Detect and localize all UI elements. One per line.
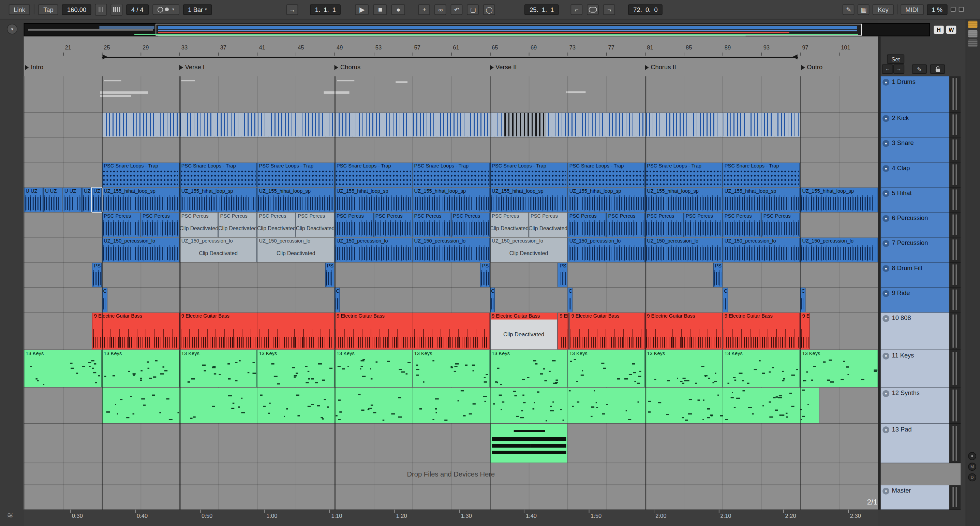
midi-map-button[interactable]: MIDI (900, 4, 924, 15)
clip-psc-snare-loops-trap[interactable]: PSC Snare Loops - Trap (179, 163, 257, 187)
metronome-menu-caret-icon[interactable]: ▾ (172, 7, 174, 12)
track-header-9-ride[interactable]: ▼9 Ride (881, 288, 950, 312)
clip-uz-155-hihat-loop-sp[interactable]: UZ_155_hihat_loop_sp (490, 188, 568, 212)
loop-brace[interactable] (102, 57, 798, 58)
clip-psc-snare-loops-trap[interactable]: PSC Snare Loops - Trap (567, 163, 645, 187)
track-fold-icon[interactable]: ▼ (883, 190, 889, 197)
track-lane-9-ride[interactable] (24, 288, 878, 312)
track-header-3-snare[interactable]: ▼3 Snare (881, 137, 950, 163)
clip-uz-155-hihat-loop-sp[interactable]: UZ_155_hihat_loop_sp (645, 188, 723, 212)
track-fold-icon[interactable]: ▼ (883, 290, 889, 297)
back-to-arrangement-button[interactable]: ↶ (451, 4, 463, 15)
clip-u-uz[interactable]: U UZ (43, 188, 63, 212)
clip-psc-percus[interactable]: PSC Percus (606, 212, 645, 237)
nudge-up-button[interactable] (111, 3, 123, 15)
clip-13-keys[interactable]: 13 Keys (102, 350, 180, 387)
lock-envelopes-button[interactable] (930, 64, 945, 74)
returns-show-button[interactable] (968, 30, 977, 38)
clip-psc-percus[interactable]: PSC PercusClip Deactivated (179, 212, 218, 237)
add-locator-button[interactable]: + (418, 4, 430, 15)
nudge-down-button[interactable] (95, 3, 107, 15)
track-lane-8-drum-fill[interactable] (24, 263, 878, 288)
clip-uz-155-hihat-loop-sp[interactable]: UZ_155_hihat_loop_sp (102, 188, 180, 212)
loop-start-field[interactable]: 25. 1. 1 (525, 4, 559, 15)
clip-uz-155-hihat-loop-sp[interactable]: UZ_155_hihat_loop_sp (722, 188, 800, 212)
overdub-button[interactable]: ∞ (435, 4, 447, 15)
track-header-11-keys[interactable]: ▼11 Keys (881, 350, 950, 387)
clip-c[interactable]: C (722, 288, 728, 312)
clip-psc-percus[interactable]: PSC Percus (567, 212, 606, 237)
clip-uz-155-hihat-loop-sp[interactable]: UZ_155_hihat_loop_sp (334, 188, 412, 212)
drop-zone[interactable]: Drop Files and Devices Here (24, 463, 878, 485)
clip-psc-percus[interactable]: PSC Percus (141, 212, 180, 237)
cpu-meter[interactable]: 1 % (927, 4, 948, 15)
clip-psc-snare-loops-trap[interactable]: PSC Snare Loops - Trap (257, 163, 335, 187)
clip-uz-155-hihat-loop-sp[interactable]: UZ_155_hihat_loop_sp (412, 188, 490, 212)
clip-9-electric-guitar-bass[interactable]: 9 Electric Guitar Bass (179, 312, 334, 349)
clip-uz-150-percussion-lo[interactable]: UZ_150_percussion_lo (102, 238, 180, 262)
clip-u-uz[interactable]: U UZ (63, 188, 82, 212)
locator-intro[interactable]: Intro (25, 62, 97, 72)
clip-uz-150-percussion-lo[interactable]: UZ_150_percussion_lo (800, 238, 878, 262)
clip-uz-155-hihat-loop-sp[interactable]: UZ_155_hihat_loop_sp (257, 188, 335, 212)
clip-13-keys[interactable]: 13 Keys (567, 350, 645, 387)
track-lane-1-drums[interactable] (24, 77, 878, 113)
track-fold-icon[interactable]: ▼ (883, 240, 889, 247)
clip-psc-percus[interactable]: PSC PercusClip Deactivated (528, 212, 567, 237)
record-button[interactable]: ● (391, 4, 405, 15)
play-button[interactable]: ▶ (355, 4, 369, 15)
clip-ps[interactable]: PS (558, 263, 567, 287)
clip-13-keys[interactable]: 13 Keys (645, 350, 723, 387)
clip-psc-percus[interactable]: PSC Percus (102, 212, 141, 237)
punch-in-button[interactable]: ⌐ (571, 4, 583, 15)
locator-verse-i[interactable]: Verse I (179, 62, 251, 72)
clip-psc-snare-loops-trap[interactable]: PSC Snare Loops - Trap (645, 163, 723, 187)
track-header-4-clap[interactable]: ▼4 Clap (881, 163, 950, 188)
track-fold-icon[interactable]: ▼ (883, 390, 889, 397)
clip-c[interactable]: C (334, 288, 340, 312)
loop-switch[interactable] (587, 4, 599, 15)
clip-uz-155-hihat-loop-sp[interactable]: UZ_155_hihat_loop_sp (800, 188, 878, 212)
clip-ps[interactable]: PS (92, 263, 102, 287)
track-fold-icon[interactable]: ▼ (883, 79, 889, 86)
overview-toggle-icon[interactable]: ▾ (7, 24, 18, 35)
loop-length-field[interactable]: 72. 0. 0 (628, 4, 663, 15)
clip-psc-percus[interactable]: PSC Percus (645, 212, 684, 237)
quantization-menu[interactable]: 1 Bar ▾ (183, 4, 212, 15)
tap-tempo-button[interactable]: Tap (38, 4, 58, 15)
clip-ps[interactable]: PS (480, 263, 490, 287)
clip-uz-150-percussion-lo[interactable]: UZ_150_percussion_lo (722, 238, 800, 262)
track-header-10-808[interactable]: ▼10 808 (881, 312, 950, 350)
arrangement-position-field[interactable]: 1. 1. 1 (310, 4, 340, 15)
track-fold-icon[interactable]: ▼ (883, 115, 889, 122)
draw-automation-button[interactable]: ✎ (912, 64, 927, 74)
clip-c[interactable]: C (800, 288, 806, 312)
clip-psc-percus[interactable]: PSC Percus (334, 212, 373, 237)
clip-c[interactable]: C (567, 288, 573, 312)
clip-9-electric-guitar-bass[interactable]: 9 Electric Guitar BassClip Deactivated (490, 312, 558, 349)
track-header-13-pad[interactable]: ▼13 Pad (881, 424, 950, 463)
track-fold-icon[interactable]: ▼ (883, 315, 889, 322)
io-show-button[interactable] (968, 21, 977, 28)
clip-9-electric-guitar-bass[interactable]: 9 Electric Guitar Bass (645, 312, 723, 349)
clip-psc-percus[interactable]: PSC PercusClip Deactivated (296, 212, 335, 237)
overview-width-button[interactable]: W (946, 26, 956, 34)
clip-13-keys[interactable]: 13 Keys (179, 350, 257, 387)
clip-greenplain[interactable] (102, 387, 820, 423)
link-button[interactable]: Link (9, 4, 30, 15)
clip-uz-150-percussion-lo[interactable]: UZ_150_percussion_lo (645, 238, 723, 262)
clip-9-electric-guitar-bass[interactable]: 9 Electric Guitar Bass (570, 312, 645, 349)
clip-uz-150-percussion-lo[interactable]: UZ_150_percussion_lo (334, 238, 412, 262)
track-header-12-synths[interactable]: ▼12 Synths (881, 387, 950, 424)
clip-psc-percus[interactable]: PSC Percus (761, 212, 800, 237)
clip-13-keys[interactable]: 13 Keys (800, 350, 878, 387)
track-fold-icon[interactable]: ▼ (883, 265, 889, 272)
set-locator-button[interactable]: Set (887, 54, 904, 64)
track-header-master[interactable]: ▼Master (881, 485, 950, 509)
track-header-6-percussion[interactable]: ▼6 Percussion (881, 212, 950, 237)
loop-start-marker-icon[interactable] (103, 54, 108, 59)
clip-kick[interactable] (102, 113, 800, 137)
track-lane-13-pad[interactable] (24, 424, 878, 463)
locator-verse-ii[interactable]: Verse II (490, 62, 562, 72)
track-header-5-hihat[interactable]: ▼5 Hihat (881, 188, 950, 212)
